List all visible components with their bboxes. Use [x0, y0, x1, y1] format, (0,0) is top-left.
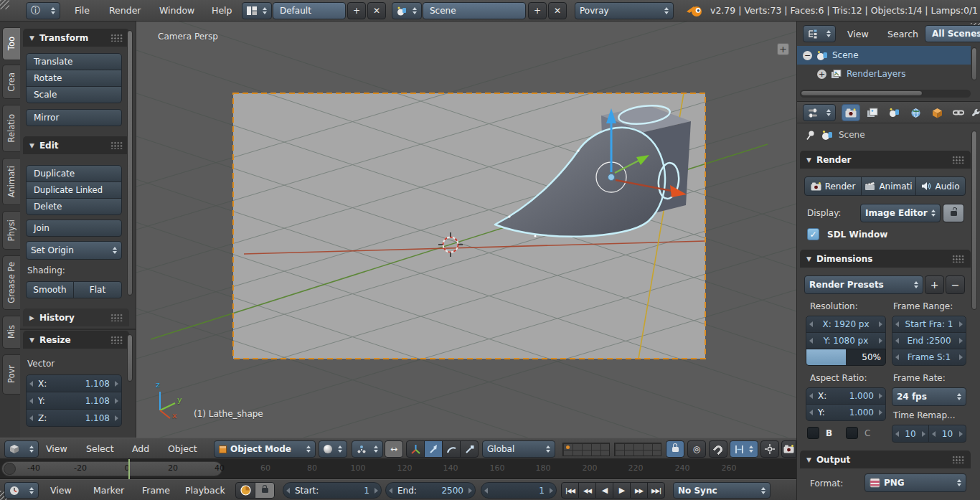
editor-type-timeline-dropdown[interactable]: [4, 482, 39, 499]
translate-button[interactable]: Translate: [26, 53, 122, 70]
menu-search-outliner[interactable]: Search: [887, 25, 918, 42]
next-keyframe-button[interactable]: ▶▶: [630, 482, 648, 499]
scene-name-field[interactable]: Scene: [423, 2, 526, 19]
scene-icon-button[interactable]: [392, 2, 422, 19]
tab-object-properties[interactable]: [928, 104, 946, 121]
menu-frame[interactable]: Frame: [142, 480, 170, 500]
panel-header-history[interactable]: ▶ History: [23, 308, 129, 326]
editor-type-3dview-dropdown[interactable]: [4, 440, 39, 458]
editor-type-outliner-dropdown[interactable]: [803, 25, 836, 42]
aspect-x-field[interactable]: X:1.000: [806, 387, 886, 405]
aspect-y-field[interactable]: Y:1.000: [806, 404, 886, 421]
panel-header-dimensions[interactable]: ▼ Dimensions: [800, 250, 971, 268]
time-remap-new-field[interactable]: 10: [928, 425, 966, 443]
tab-scene-properties[interactable]: [885, 104, 903, 121]
panel-header-output[interactable]: ▼ Output: [800, 451, 971, 468]
menu-view-outliner[interactable]: View: [847, 25, 869, 42]
frame-start-field-props[interactable]: Start Fra: 1: [892, 316, 966, 333]
menu-playback[interactable]: Playback: [185, 480, 225, 500]
display-lock-button[interactable]: [943, 204, 964, 222]
panel-grip-icon[interactable]: [110, 34, 123, 42]
tab-physics[interactable]: Physi: [2, 211, 20, 250]
tab-create[interactable]: Crea: [2, 65, 20, 99]
properties-vscrollbar[interactable]: [971, 131, 977, 310]
jump-to-start-button[interactable]: |◀◀: [561, 482, 579, 499]
screen-layout-name-field[interactable]: Default: [273, 2, 346, 19]
menu-view[interactable]: View: [46, 438, 67, 458]
border-checkbox[interactable]: [807, 427, 819, 439]
opengl-render-button[interactable]: [781, 440, 796, 458]
scale-button[interactable]: Scale: [26, 86, 122, 103]
manipulator-axes-button[interactable]: [406, 440, 425, 458]
mirror-button[interactable]: Mirror: [26, 109, 122, 126]
outliner-row-renderlayers[interactable]: + RenderLayers: [797, 65, 971, 83]
render-animation-button[interactable]: Animati: [861, 176, 916, 196]
play-reverse-button[interactable]: ◀: [595, 482, 613, 499]
layers-grid-1[interactable]: [562, 443, 610, 456]
menu-help[interactable]: Help: [212, 0, 232, 21]
panel-header-render[interactable]: ▼ Render: [800, 151, 971, 169]
shade-flat-button[interactable]: Flat: [73, 281, 122, 298]
panel-header-edit[interactable]: ▼ Edit: [23, 136, 129, 154]
scene-lock-toggle[interactable]: [666, 440, 684, 458]
frame-lock-toggle[interactable]: [255, 482, 275, 499]
tab-tools[interactable]: Too: [2, 27, 20, 60]
panel-grip-icon[interactable]: [110, 141, 123, 149]
panel-grip-icon[interactable]: [952, 456, 964, 463]
timeline-ruler[interactable]: -40 -20 0 20 40 60 80 100 120 140 160 18…: [0, 459, 796, 479]
add-scene-button[interactable]: +: [528, 2, 547, 19]
remove-preset-button[interactable]: −: [946, 275, 965, 294]
frame-rate-dropdown[interactable]: 24 fps: [892, 387, 966, 406]
manipulator-rotate-button[interactable]: [442, 440, 461, 458]
outliner-display-mode-dropdown[interactable]: All Scenes: [925, 25, 980, 42]
render-still-button[interactable]: Render: [804, 176, 862, 196]
panel-grip-icon[interactable]: [110, 313, 123, 321]
screen-layout-icon-button[interactable]: [242, 2, 272, 19]
frame-start-field[interactable]: Start:1: [283, 482, 382, 499]
resolution-percent-slider[interactable]: 50%: [806, 349, 886, 366]
viewport-canvas[interactable]: [136, 22, 796, 438]
resize-x-field[interactable]: X:1.108: [26, 374, 122, 392]
menu-object[interactable]: Object: [168, 438, 197, 458]
expand-region-button[interactable]: +: [777, 43, 789, 55]
outliner-vscrollbar[interactable]: [971, 47, 977, 80]
panel-grip-icon[interactable]: [952, 156, 964, 164]
frame-end-field[interactable]: End:2500: [385, 482, 476, 499]
panel-grip-icon[interactable]: [110, 336, 123, 344]
viewport-3d[interactable]: Camera Persp z y x (1) Lathe_shape +: [136, 22, 796, 438]
rotate-button[interactable]: Rotate: [26, 70, 122, 87]
render-border-button[interactable]: ◎: [687, 440, 706, 458]
area-corner-widget[interactable]: [0, 0, 9, 9]
manipulate-center-points-toggle[interactable]: ↔: [385, 440, 403, 458]
timeline-hscrollbar-knob[interactable]: [4, 463, 16, 475]
tab-constraints[interactable]: [949, 104, 968, 121]
render-presets-dropdown[interactable]: Render Presets: [804, 275, 923, 294]
tab-modifiers[interactable]: [971, 104, 980, 121]
tab-povray[interactable]: Povr: [2, 354, 20, 395]
tab-grease-pencil[interactable]: Grease Pe: [2, 255, 20, 310]
prev-keyframe-button[interactable]: ◀◀: [578, 482, 596, 499]
join-button[interactable]: Join: [26, 220, 122, 237]
current-frame-field[interactable]: 1: [481, 482, 557, 499]
collapse-minus-icon[interactable]: −: [803, 51, 812, 60]
editor-type-properties-dropdown[interactable]: [803, 104, 836, 121]
snap-element-dropdown[interactable]: [730, 440, 758, 458]
display-mode-dropdown[interactable]: Image Editor: [860, 204, 941, 222]
frame-end-field-props[interactable]: End :2500: [892, 332, 966, 349]
panel-header-transform[interactable]: ▼ Transform: [23, 29, 129, 47]
resize-panel-scrollbar[interactable]: [127, 334, 133, 382]
add-preset-button[interactable]: +: [925, 275, 944, 294]
layers-grid-2[interactable]: [614, 443, 661, 456]
toolshelf-scrollbar[interactable]: [127, 30, 133, 296]
tab-render-properties[interactable]: [842, 104, 860, 121]
menu-marker[interactable]: Marker: [93, 480, 124, 500]
crop-checkbox[interactable]: [846, 427, 858, 439]
resize-z-field[interactable]: Z:1.108: [26, 409, 122, 427]
resolution-y-field[interactable]: Y: 1080 px: [806, 332, 886, 349]
av-sync-dropdown[interactable]: No Sync: [673, 482, 771, 499]
duplicate-linked-button[interactable]: Duplicate Linked: [26, 181, 122, 199]
jump-to-end-button[interactable]: ▶▶|: [647, 482, 665, 499]
close-layout-button[interactable]: ✕: [367, 2, 386, 19]
expand-plus-icon[interactable]: +: [817, 70, 826, 79]
playback-range-toggle[interactable]: [235, 482, 255, 499]
